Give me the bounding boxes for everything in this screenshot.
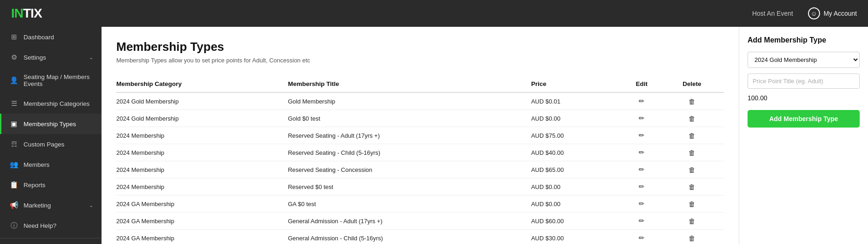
sidebar-item-label: Custom Pages (24, 141, 65, 148)
cell-title: Gold $0 test (288, 110, 531, 127)
sidebar-item-seating-map[interactable]: 👤 Seating Map / Members Events (0, 67, 102, 93)
table-row: 2024 GA Membership General Admission - C… (116, 230, 724, 244)
membership-category-select[interactable]: 2024 Gold Membership 2024 Membership 202… (748, 52, 860, 68)
cell-delete[interactable]: 🗑 (665, 144, 724, 161)
cell-edit[interactable]: ✏ (623, 161, 665, 178)
custom-pages-icon: ☶ (10, 140, 18, 148)
edit-icon[interactable]: ✏ (639, 234, 645, 242)
sidebar-item-settings[interactable]: ⚙ Settings ⌄ (0, 47, 102, 67)
page-subtitle: Membership Types allow you to set price … (116, 57, 724, 64)
table-row: 2024 Membership Reserved Seating - Conce… (116, 161, 724, 178)
my-account-label: My Account (824, 10, 857, 17)
table-row: 2024 Gold Membership Gold Membership AUD… (116, 92, 724, 110)
seating-map-icon: 👤 (10, 76, 18, 85)
delete-icon[interactable]: 🗑 (688, 217, 695, 225)
cell-delete[interactable]: 🗑 (665, 110, 724, 127)
edit-icon[interactable]: ✏ (639, 200, 645, 207)
navbar: INTIX Host An Event ☺ My Account (0, 0, 868, 27)
sidebar-item-need-help[interactable]: ⓘ Need Help? (0, 215, 102, 236)
account-icon: ☺ (808, 7, 820, 19)
cell-edit[interactable]: ✏ (623, 195, 665, 213)
cell-edit[interactable]: ✏ (623, 230, 665, 244)
panel-title: Add Membership Type (748, 36, 860, 44)
edit-icon[interactable]: ✏ (639, 217, 645, 225)
cell-delete[interactable]: 🗑 (665, 92, 724, 110)
sidebar-item-dashboard[interactable]: ⊞ Dashboard (0, 27, 102, 47)
cell-price: AUD $75.00 (531, 127, 623, 144)
sidebar-item-membership-categories[interactable]: ☰ Membership Categories (0, 93, 102, 114)
delete-icon[interactable]: 🗑 (688, 200, 695, 208)
sidebar-item-label: Dashboard (24, 34, 54, 41)
sidebar-item-label: Membership Categories (24, 100, 90, 107)
col-header-category: Membership Category (116, 77, 288, 92)
delete-icon[interactable]: 🗑 (688, 149, 695, 157)
cell-category: 2024 GA Membership (116, 213, 288, 230)
edit-icon[interactable]: ✏ (639, 114, 645, 122)
table-row: 2024 GA Membership General Admission - A… (116, 213, 724, 230)
add-membership-type-button[interactable]: Add Membership Type (748, 110, 860, 128)
logo-in: IN (11, 6, 23, 21)
cell-delete[interactable]: 🗑 (665, 195, 724, 213)
col-header-edit: Edit (623, 77, 665, 92)
price-point-title-input[interactable] (748, 73, 860, 89)
cell-edit[interactable]: ✏ (623, 213, 665, 230)
content-area: Membership Types Membership Types allow … (102, 27, 739, 244)
cell-title: General Admission - Child (5-16yrs) (288, 230, 531, 244)
cell-category: 2024 Membership (116, 178, 288, 195)
cell-price: AUD $0.00 (531, 110, 623, 127)
cell-category: 2024 Gold Membership (116, 92, 288, 110)
delete-icon[interactable]: 🗑 (688, 132, 695, 140)
membership-table: Membership Category Membership Title Pri… (116, 77, 724, 244)
cell-edit[interactable]: ✏ (623, 92, 665, 110)
cell-delete[interactable]: 🗑 (665, 213, 724, 230)
sidebar-item-members[interactable]: 👥 Members (0, 154, 102, 175)
settings-icon: ⚙ (10, 53, 18, 61)
cell-category: 2024 Membership (116, 127, 288, 144)
right-panel: Add Membership Type 2024 Gold Membership… (739, 27, 868, 244)
navbar-right: Host An Event ☺ My Account (752, 7, 857, 19)
sidebar-item-label: Settings (24, 54, 46, 61)
cell-title: Reserved $0 test (288, 178, 531, 195)
logo-tix: TIX (23, 6, 42, 21)
sidebar-item-marketing[interactable]: 📢 Marketing ⌄ (0, 195, 102, 215)
cell-title: General Admission - Adult (17yrs +) (288, 213, 531, 230)
price-value: 100.00 (748, 94, 860, 102)
sidebar-item-label: Seating Map / Members Events (24, 73, 93, 87)
edit-icon[interactable]: ✏ (639, 183, 645, 190)
cell-delete[interactable]: 🗑 (665, 127, 724, 144)
cell-delete[interactable]: 🗑 (665, 161, 724, 178)
host-event-link[interactable]: Host An Event (752, 10, 793, 17)
delete-icon[interactable]: 🗑 (688, 183, 695, 191)
delete-icon[interactable]: 🗑 (688, 234, 695, 242)
edit-icon[interactable]: ✏ (639, 165, 645, 173)
table-row: 2024 Membership Reserved $0 test AUD $0.… (116, 178, 724, 195)
delete-icon[interactable]: 🗑 (688, 115, 695, 122)
col-header-price: Price (531, 77, 623, 92)
page-title: Membership Types (116, 40, 724, 54)
sidebar-item-custom-pages[interactable]: ☶ Custom Pages (0, 134, 102, 154)
cell-title: Reserved Seating - Adult (17yrs +) (288, 127, 531, 144)
sidebar-item-label: Reports (24, 182, 45, 189)
edit-icon[interactable]: ✏ (639, 131, 645, 139)
dashboard-icon: ⊞ (10, 33, 18, 41)
table-row: 2024 Membership Reserved Seating - Adult… (116, 127, 724, 144)
sidebar-item-label: Membership Types (24, 121, 76, 128)
membership-types-icon: ▣ (10, 120, 18, 128)
cell-delete[interactable]: 🗑 (665, 178, 724, 195)
cell-edit[interactable]: ✏ (623, 144, 665, 161)
cell-edit[interactable]: ✏ (623, 127, 665, 144)
sidebar-item-reports[interactable]: 📋 Reports (0, 175, 102, 195)
my-account-button[interactable]: ☺ My Account (808, 7, 857, 19)
cell-delete[interactable]: 🗑 (665, 230, 724, 244)
delete-icon[interactable]: 🗑 (688, 98, 695, 105)
cell-edit[interactable]: ✏ (623, 110, 665, 127)
cell-edit[interactable]: ✏ (623, 178, 665, 195)
sidebar-item-label: Marketing (24, 202, 51, 209)
table-row: 2024 Gold Membership Gold $0 test AUD $0… (116, 110, 724, 127)
sidebar-item-membership-types[interactable]: ▣ Membership Types (0, 114, 102, 134)
sidebar-item-back-to-org[interactable]: ← Back to Organization (0, 240, 102, 244)
edit-icon[interactable]: ✏ (639, 148, 645, 156)
edit-icon[interactable]: ✏ (639, 97, 645, 105)
logo[interactable]: INTIX (11, 6, 42, 21)
delete-icon[interactable]: 🗑 (688, 166, 695, 174)
